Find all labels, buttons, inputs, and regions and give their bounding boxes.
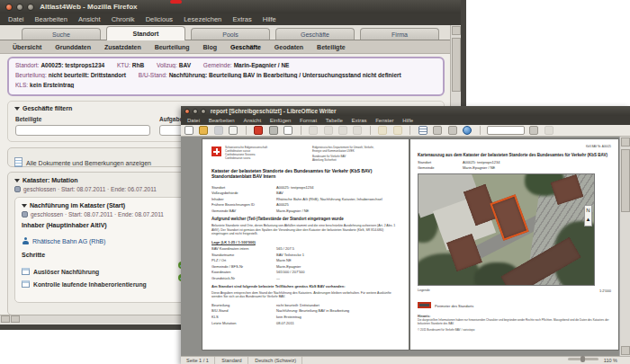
zoom-percent[interactable]: 110 %: [604, 358, 617, 363]
scrollbar-thumb[interactable]: [621, 149, 630, 212]
inhaber-link[interactable]: Rhätische Bahn AG (RhB): [32, 238, 105, 244]
format-paintbrush-icon[interactable]: [353, 126, 362, 135]
filter-header-label: Geschäfte filtern: [22, 105, 72, 111]
menu-hilfe[interactable]: Hilfe: [399, 116, 417, 125]
menu-extras[interactable]: Extras: [228, 13, 256, 25]
close-icon[interactable]: [5, 4, 13, 11]
insert-table-icon[interactable]: [418, 126, 428, 135]
scroll-up-icon[interactable]: [621, 138, 630, 146]
maximize-icon[interactable]: [201, 109, 206, 114]
subnav-beteiligte[interactable]: Beteiligte: [317, 44, 346, 50]
subnav-grunddaten[interactable]: Grunddaten: [55, 44, 91, 50]
menu-fenster[interactable]: Fenster: [372, 116, 397, 125]
standort-subnav: Übersicht Grunddaten Zusatzdaten Beurtei…: [0, 40, 450, 54]
menu-delicious[interactable]: Delicious: [141, 13, 177, 25]
menu-format[interactable]: Format: [296, 116, 320, 125]
field-list-1: StandortA00025: testprops1234 Vollzugsbe…: [212, 185, 400, 214]
subnav-zusatzdaten[interactable]: Zusatzdaten: [104, 44, 141, 50]
menu-bearbeiten[interactable]: Bearbeiten: [205, 116, 238, 125]
report-title-line2: Standortdatenblatt BAV Intern: [212, 173, 400, 180]
save-icon[interactable]: [214, 126, 223, 135]
menu-bearbeiten[interactable]: Bearbeiten: [31, 13, 72, 25]
tab-suche[interactable]: Suche: [22, 28, 101, 40]
field-label: Vollzugsbehörde: [212, 191, 276, 195]
new-document-icon[interactable]: [184, 126, 194, 135]
north-arrow-icon: N▲: [584, 205, 592, 226]
vertical-scrollbar[interactable]: [619, 137, 630, 356]
menu-einfuegen[interactable]: Einfügen: [266, 116, 295, 125]
cut-icon[interactable]: [309, 126, 318, 135]
menu-chronik[interactable]: Chronik: [107, 13, 140, 25]
open-icon[interactable]: [199, 126, 208, 135]
info-label: B/U-Stand:: [139, 72, 167, 78]
step-kontrolle-link[interactable]: Kontrolle laufende Inhaberorientierung: [33, 281, 147, 288]
subnav-geodaten[interactable]: Geodaten: [274, 44, 303, 50]
zoom-slider[interactable]: [568, 358, 598, 360]
field-value: Marin-Epagnier / NE: [276, 209, 309, 213]
menu-extras[interactable]: Extras: [347, 116, 370, 125]
find-replace-icon[interactable]: [448, 126, 457, 135]
spellcheck-icon[interactable]: [433, 126, 442, 135]
nachfuehrung-status-text: geschlossen · Start: 08.07.2011 · Ende: …: [31, 211, 164, 218]
scroll-down-icon[interactable]: [621, 346, 630, 355]
infobox-line1: Standort:A00025: testprops1234 KTU:RhB V…: [15, 62, 436, 68]
menu-datei[interactable]: Datei: [184, 116, 203, 125]
scroll-left2-icon[interactable]: [11, 315, 20, 323]
close-icon[interactable]: [184, 109, 190, 114]
beteiligte-input[interactable]: [15, 125, 150, 136]
menu-ansicht[interactable]: Ansicht: [239, 116, 265, 125]
minimize-icon[interactable]: [193, 109, 198, 114]
tab-pools[interactable]: Pools: [191, 28, 270, 40]
email-icon[interactable]: [229, 126, 238, 135]
libreoffice-titlebar[interactable]: report [Schreibgeschützt] - LibreOffice …: [181, 106, 630, 116]
document-icon: [14, 157, 22, 167]
field-label: Koordinaten: [212, 270, 276, 274]
copy-icon[interactable]: [324, 126, 333, 135]
tab-standort[interactable]: Standort: [106, 26, 185, 40]
subnav-beurteilung[interactable]: Beurteilung: [155, 44, 190, 50]
field-label: Standort: [418, 160, 463, 164]
redo-icon[interactable]: [393, 126, 402, 135]
menu-lesezeichen[interactable]: Lesezeichen: [179, 13, 226, 25]
info-label: Gemeinde:: [203, 62, 232, 68]
language-indicator[interactable]: Deutsch (Schweiz): [249, 357, 302, 364]
tab-firma[interactable]: Firma: [360, 28, 439, 40]
menu-datei[interactable]: Datei: [4, 13, 29, 25]
step-row: Auslöser Nachführung ✓: [22, 262, 185, 271]
scrollbar-thumb[interactable]: [452, 38, 461, 92]
site-perimeter-highlight: [490, 194, 528, 241]
zoom-controls: 110 %: [564, 357, 617, 364]
infobox-line3: KLS:kein Ersteintrag: [15, 82, 436, 88]
undo-icon[interactable]: [378, 126, 387, 135]
all-documents-link[interactable]: Alle Dokumente und Bemerkungen anzeigen: [26, 160, 151, 166]
tab-geschaefte[interactable]: Geschäfte: [275, 28, 355, 40]
collapse-icon: [14, 107, 20, 111]
section-heading-3: Am Standort sind folgende belastete Teil…: [212, 284, 400, 289]
subnav-blog[interactable]: Blog: [203, 44, 218, 50]
page-style[interactable]: Standard: [216, 357, 248, 364]
scroll-left-icon[interactable]: [1, 315, 10, 323]
back-icon[interactable]: [544, 126, 554, 135]
scroll-up-icon[interactable]: [452, 26, 461, 35]
page-preview-icon[interactable]: [284, 126, 292, 135]
zoom-slider-handle[interactable]: [580, 356, 585, 362]
forward-icon[interactable]: [529, 126, 538, 135]
info-value: A00025: testprops1234: [40, 62, 104, 68]
field-value: BAV: [276, 191, 284, 195]
paste-icon[interactable]: [338, 126, 347, 135]
firefox-titlebar[interactable]: Altlast4Web - Mozilla Firefox: [0, 0, 461, 13]
navigator-icon[interactable]: [463, 126, 472, 135]
kataster-header-label: Kataster: Mutation: [22, 177, 77, 183]
menu-ansicht[interactable]: Ansicht: [74, 13, 105, 25]
collapse-icon: [22, 204, 27, 208]
export-pdf-icon[interactable]: [254, 126, 263, 135]
menu-tabelle[interactable]: Tabelle: [322, 116, 346, 125]
maximize-icon[interactable]: [27, 4, 34, 11]
field-label: Frühere Bezeichnungen ID: [212, 202, 276, 207]
subnav-geschaefte[interactable]: Geschäfte: [230, 44, 261, 50]
print-icon[interactable]: [269, 126, 278, 135]
zoom-combobox[interactable]: [487, 126, 525, 135]
minimize-icon[interactable]: [16, 4, 23, 11]
subnav-uebersicht[interactable]: Übersicht: [13, 44, 41, 50]
menu-hilfe[interactable]: Hilfe: [258, 13, 281, 25]
